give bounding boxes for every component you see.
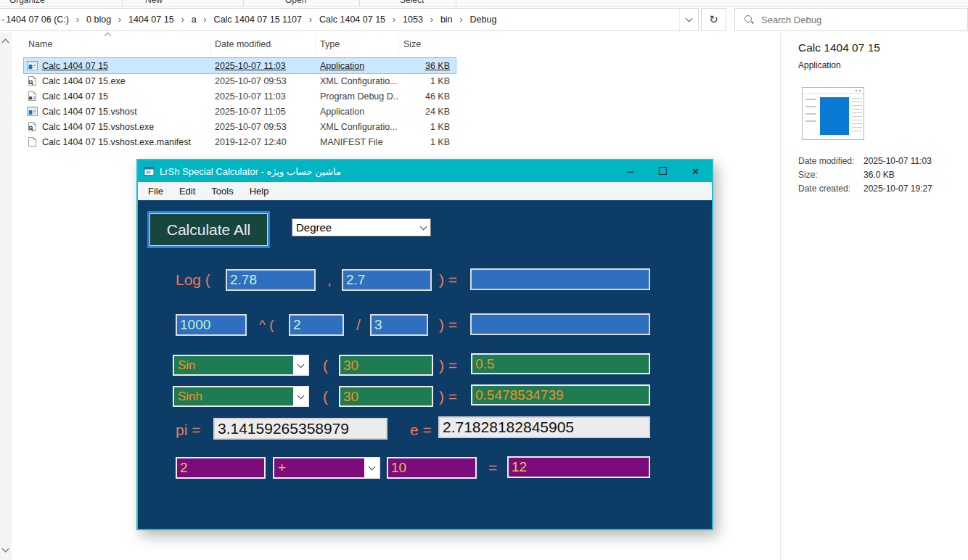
file-row[interactable]: Calc 1404 07 15.vshost.exe 2025-10-07 09… — [24, 119, 456, 134]
address-dropdown-button[interactable] — [679, 9, 698, 30]
breadcrumb-chevron: › — [70, 15, 85, 25]
breadcrumb-item[interactable]: 0 blog — [85, 15, 112, 25]
column-header-name[interactable]: Name — [24, 36, 210, 55]
ribbon-open[interactable]: Open — [285, 0, 306, 5]
scroll-up-button[interactable] — [3, 40, 8, 43]
file-row[interactable]: Calc 1404 07 15.vshost 2025-10-07 11:05 … — [24, 104, 456, 119]
minimize-button[interactable]: ─ — [614, 160, 647, 182]
calculator-menubar: File Edit Tools Help — [138, 182, 712, 200]
calculator-titlebar[interactable]: LrSh Special Calculator - ماشین حساب ویژ… — [138, 160, 712, 182]
close-button[interactable]: ✕ — [679, 160, 712, 182]
maximize-icon: ☐ — [658, 165, 668, 178]
hyper-result-field[interactable] — [471, 384, 650, 405]
detail-label: Date created: — [798, 184, 864, 194]
xml-config-icon — [27, 121, 38, 132]
address-bar[interactable]: - 1404 07 06 (C:) › 0 blog › 1404 07 15 … — [0, 8, 699, 31]
breadcrumb-drive[interactable]: 1404 07 06 (C:) — [4, 15, 70, 25]
file-row[interactable]: Calc 1404 07 15.exe 2025-10-07 09:53 XML… — [24, 73, 456, 88]
preview-file-type: Application — [798, 60, 841, 70]
menu-tools[interactable]: Tools — [203, 184, 241, 199]
power-close-label: ) = — [439, 314, 457, 336]
hyper-function-dropdown[interactable]: Sinh — [173, 386, 309, 407]
chevron-down-icon — [364, 458, 379, 477]
maximize-button[interactable]: ☐ — [647, 160, 679, 182]
chevron-down-icon — [686, 15, 693, 22]
breadcrumb-item[interactable]: 1053 — [401, 15, 424, 25]
explorer-ribbon: Organize New Open Select — [0, 0, 968, 7]
log-base-input[interactable] — [226, 269, 316, 291]
chevron-down-icon — [293, 356, 308, 374]
minimize-icon: ─ — [627, 166, 633, 177]
ribbon-new[interactable]: New — [145, 0, 163, 5]
manifest-file-icon — [27, 136, 38, 147]
chevron-down-icon — [2, 545, 9, 553]
angle-mode-dropdown[interactable]: Degree — [292, 218, 431, 236]
arith-result-field[interactable] — [507, 456, 650, 478]
refresh-icon: ↻ — [709, 13, 718, 26]
pane-divider[interactable] — [780, 33, 781, 560]
menu-file[interactable]: File — [140, 184, 171, 199]
breadcrumb-item[interactable]: 1404 07 15 — [127, 15, 176, 25]
arith-equals-label: = — [488, 457, 497, 479]
search-box[interactable] — [734, 8, 968, 31]
chevron-up-icon — [2, 39, 9, 46]
trig-open-label: ( — [323, 355, 328, 376]
arith-b-input[interactable] — [387, 457, 477, 479]
ribbon-organize[interactable]: Organize — [9, 0, 45, 5]
breadcrumb-current[interactable]: Debug — [469, 15, 499, 25]
arith-a-input[interactable] — [176, 457, 266, 479]
pi-label: pi = — [176, 419, 200, 441]
breadcrumb-chevron: › — [454, 15, 469, 25]
power-base-input[interactable] — [176, 314, 247, 336]
power-result-field[interactable] — [470, 313, 650, 335]
column-header-type[interactable]: Type — [316, 36, 399, 55]
e-value-field[interactable] — [438, 416, 650, 438]
breadcrumb-item[interactable]: a — [190, 15, 198, 25]
preview-application-icon — [802, 87, 864, 140]
log-comma-label: , — [327, 269, 332, 291]
left-scrollbar[interactable] — [0, 33, 12, 560]
hyper-close-label: ) = — [439, 386, 457, 408]
trig-result-field[interactable] — [471, 353, 650, 374]
sort-ascending-icon — [105, 33, 110, 36]
column-header-date-modified[interactable]: Date modified — [210, 36, 316, 55]
refresh-button[interactable]: ↻ — [701, 8, 726, 31]
program-debug-icon — [27, 91, 38, 102]
log-arg-input[interactable] — [342, 269, 432, 291]
log-result-field[interactable] — [470, 268, 650, 290]
hyper-arg-input[interactable] — [339, 386, 433, 407]
column-header-size[interactable]: Size — [399, 36, 456, 55]
calculator-window: LrSh Special Calculator - ماشین حساب ویژ… — [136, 159, 713, 530]
breadcrumb-item[interactable]: Calc 1404 07 15 1107 — [213, 15, 303, 25]
file-row-selected[interactable]: Calc 1404 07 15 2025-10-07 11:03 Applica… — [24, 58, 456, 73]
ribbon-select[interactable]: Select — [400, 0, 424, 5]
calculator-body: Calculate All Degree Log ( , ) = ^ ( / )… — [138, 200, 712, 529]
hyper-open-label: ( — [323, 386, 328, 408]
search-input[interactable] — [761, 15, 943, 25]
menu-help[interactable]: Help — [242, 184, 277, 199]
power-caret-label: ^ ( — [259, 314, 274, 336]
scroll-down-button[interactable] — [3, 548, 8, 551]
menu-edit[interactable]: Edit — [171, 184, 203, 199]
winforms-app-icon — [144, 165, 155, 177]
arith-operator-dropdown[interactable]: + — [273, 457, 380, 479]
file-row[interactable]: Calc 1404 07 15.vshost.exe.manifest 2019… — [24, 134, 456, 149]
chevron-down-icon — [416, 219, 430, 236]
pi-value-field[interactable] — [213, 418, 387, 440]
desktop-screenshot: Organize New Open Select - 1404 07 06 (C… — [0, 0, 968, 560]
trig-arg-input[interactable] — [339, 355, 433, 376]
power-numerator-input[interactable] — [289, 314, 344, 336]
breadcrumb-chevron: › — [112, 15, 127, 25]
trig-function-dropdown[interactable]: Sin — [173, 355, 309, 376]
calculate-all-button[interactable]: Calculate All — [147, 211, 270, 248]
detail-value: 2025-10-07 11:03 — [864, 156, 932, 166]
breadcrumb-item[interactable]: bin — [439, 15, 454, 25]
file-row[interactable]: Calc 1404 07 15 2025-10-07 11:03 Program… — [24, 88, 456, 104]
detail-label: Date modified: — [798, 156, 864, 166]
preview-details: Date modified:2025-10-07 11:03 Size:36.0… — [798, 154, 932, 195]
power-denominator-input[interactable] — [370, 314, 428, 336]
preview-file-title: Calc 1404 07 15 — [798, 41, 880, 54]
breadcrumb-chevron: › — [424, 15, 439, 25]
ribbon-separator — [359, 0, 360, 7]
breadcrumb-item[interactable]: Calc 1404 07 15 — [318, 15, 387, 25]
